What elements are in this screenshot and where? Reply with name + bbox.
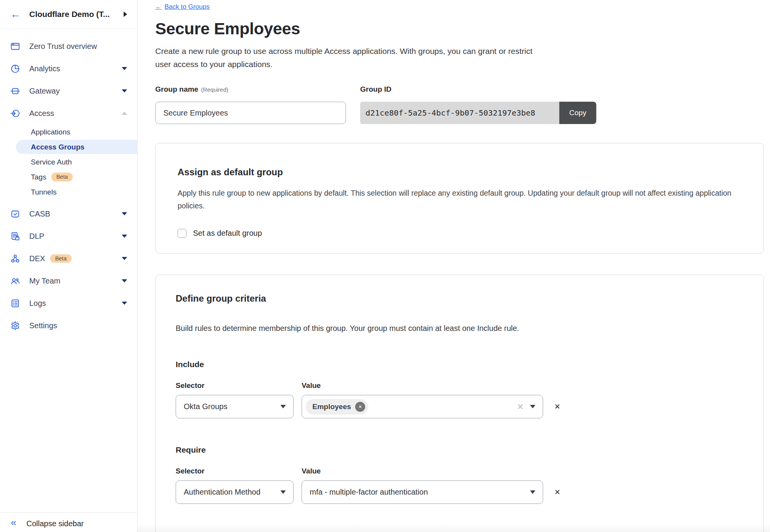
page-description: Create a new rule group to use across mu… — [155, 45, 537, 71]
sidebar-nav: Zero Trust overview Analytics Gateway — [0, 29, 137, 512]
sidebar-item-dex[interactable]: DEX Beta — [0, 247, 137, 270]
required-hint: (Required) — [201, 86, 228, 93]
include-rule-row: Okta Groups Employees ✕ ✕ ✕ — [176, 395, 743, 418]
window-icon — [10, 41, 20, 52]
chevron-down-icon — [122, 257, 127, 260]
people-icon — [10, 276, 20, 286]
default-group-card-title: Assign as default group — [178, 167, 741, 178]
access-submenu: Applications Access Groups Service Auth … — [0, 124, 137, 203]
document-lock-icon — [10, 231, 20, 242]
chevron-down-icon — [122, 89, 127, 92]
chevron-down-icon — [530, 490, 535, 494]
require-selector-label: Selector — [176, 467, 302, 475]
gateway-icon — [10, 86, 20, 96]
require-selector-dropdown[interactable]: Authentication Method — [176, 480, 294, 504]
chevron-down-icon — [122, 67, 127, 70]
set-default-group-label: Set as default group — [193, 229, 262, 238]
main-content: ← Back to Groups Secure Employees Create… — [138, 0, 770, 532]
chevron-down-icon — [122, 212, 127, 215]
criteria-card-title: Define group criteria — [176, 293, 743, 304]
remove-include-rule-icon[interactable]: ✕ — [554, 402, 560, 411]
criteria-card: Define group criteria Build rules to det… — [155, 275, 764, 532]
sidebar-item-access[interactable]: Access — [0, 102, 137, 124]
sidebar-item-zero-trust-overview[interactable]: Zero Trust overview — [0, 35, 137, 57]
clear-values-icon[interactable]: ✕ — [517, 402, 523, 411]
network-nodes-icon — [10, 253, 20, 264]
group-id-label: Group ID — [360, 85, 596, 94]
default-group-card: Assign as default group Apply this rule … — [155, 143, 764, 253]
casb-check-icon — [10, 209, 20, 219]
default-group-card-body: Apply this rule group to new application… — [178, 187, 741, 212]
include-value-label: Value — [302, 381, 321, 390]
access-login-icon — [10, 108, 20, 119]
chevron-down-icon — [280, 405, 286, 408]
account-expand-icon[interactable] — [124, 12, 127, 17]
sidebar-item-casb[interactable]: CASB — [0, 203, 137, 225]
include-selector-dropdown[interactable]: Okta Groups — [176, 395, 294, 418]
pie-chart-icon — [10, 64, 20, 74]
sidebar-item-dlp[interactable]: DLP — [0, 225, 137, 247]
collapse-sidebar-button[interactable]: « Collapse sidebar — [0, 512, 137, 532]
chevron-down-icon — [530, 405, 535, 408]
sidebar-item-tags[interactable]: Tags Beta — [0, 170, 137, 185]
back-arrow-icon: ← — [155, 3, 162, 11]
set-default-group-row[interactable]: Set as default group — [178, 229, 741, 238]
chip-remove-icon[interactable]: ✕ — [355, 402, 365, 412]
chevron-down-icon — [280, 490, 286, 494]
sidebar-item-analytics[interactable]: Analytics — [0, 57, 137, 80]
beta-badge: Beta — [51, 173, 73, 181]
include-selector-label: Selector — [176, 381, 302, 390]
page-title: Secure Employees — [155, 19, 770, 38]
include-heading: Include — [176, 360, 743, 369]
require-heading: Require — [176, 445, 743, 455]
account-name[interactable]: Cloudflare Demo (T... — [29, 10, 124, 19]
log-list-icon — [10, 298, 20, 309]
sidebar-item-my-team[interactable]: My Team — [0, 270, 137, 292]
sidebar-item-applications[interactable]: Applications — [0, 124, 137, 139]
group-name-label: Group name(Required) — [155, 85, 346, 94]
include-value-multiselect[interactable]: Employees ✕ ✕ — [302, 395, 543, 418]
copy-button[interactable]: Copy — [559, 102, 596, 124]
sidebar-header: ← Cloudflare Demo (T... — [0, 0, 137, 29]
sidebar-item-logs[interactable]: Logs — [0, 292, 137, 314]
gear-icon — [10, 321, 20, 331]
sidebar-item-access-groups[interactable]: Access Groups — [16, 140, 137, 154]
chevron-down-icon — [122, 302, 127, 305]
zero-trust-dashboard: ← Cloudflare Demo (T... Zero Trust overv… — [0, 0, 770, 532]
value-chip: Employees ✕ — [306, 399, 368, 415]
sidebar-item-gateway[interactable]: Gateway — [0, 80, 137, 102]
sidebar-item-tunnels[interactable]: Tunnels — [0, 185, 137, 200]
beta-badge: Beta — [50, 254, 72, 263]
require-rule-row: Authentication Method mfa - multiple-fac… — [176, 480, 743, 504]
require-value-label: Value — [302, 467, 321, 475]
sidebar: ← Cloudflare Demo (T... Zero Trust overv… — [0, 0, 138, 532]
back-to-groups-link[interactable]: ← Back to Groups — [155, 3, 210, 11]
account-back-icon[interactable]: ← — [10, 9, 21, 20]
group-name-input[interactable] — [155, 102, 346, 124]
sidebar-item-settings[interactable]: Settings — [0, 314, 137, 337]
remove-require-rule-icon[interactable]: ✕ — [554, 488, 560, 497]
chevron-up-icon — [122, 112, 127, 115]
set-default-group-checkbox[interactable] — [178, 229, 186, 238]
sidebar-item-service-auth[interactable]: Service Auth — [0, 154, 137, 170]
chevron-down-icon — [122, 235, 127, 238]
group-name-id-row: Group name(Required) Group ID d21ce80f-5… — [155, 85, 770, 124]
group-id-value: d21ce80f-5a25-4bcf-9b07-5032197e3be8 — [360, 102, 559, 124]
require-value-dropdown[interactable]: mfa - multiple-factor authentication — [302, 480, 543, 504]
collapse-chevrons-icon: « — [11, 517, 16, 527]
chevron-down-icon — [122, 279, 127, 282]
criteria-card-body: Build rules to determine membership of t… — [176, 324, 743, 333]
